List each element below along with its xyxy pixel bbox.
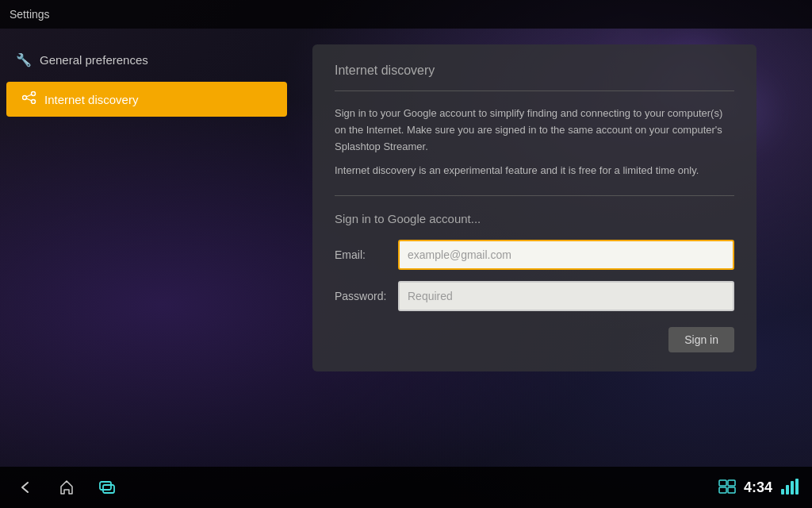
svg-line-4 [26,98,32,101]
grid-status-icon [718,479,736,496]
email-row: Email: [335,240,734,270]
svg-rect-10 [728,487,735,493]
svg-rect-12 [786,485,789,495]
sidebar-section-title: General preferences [40,53,148,67]
description-text-2: Internet discovery is an experimental fe… [335,163,734,179]
svg-rect-11 [781,489,784,495]
svg-rect-7 [719,480,726,486]
panel-card: Internet discovery Sign in to your Googl… [312,44,756,371]
back-button[interactable] [13,475,38,500]
signin-heading: Sign in to Google account... [335,212,734,225]
signin-btn-row: Sign in [335,327,734,352]
sidebar: 🔧 General preferences Internet discovery [0,29,293,467]
recents-button[interactable] [95,475,121,500]
email-input[interactable] [398,240,734,270]
svg-line-3 [26,94,32,97]
sidebar-item-internet-discovery[interactable]: Internet discovery [6,82,287,117]
svg-rect-6 [103,485,114,493]
svg-rect-9 [719,487,726,493]
sidebar-item-label: Internet discovery [44,93,138,106]
svg-rect-8 [728,480,735,486]
svg-point-1 [32,100,36,104]
bottom-bar: 4:34 [0,467,812,508]
home-button[interactable] [54,475,79,500]
clock: 4:34 [744,479,772,496]
main-content: 🔧 General preferences Internet discovery… [0,29,812,467]
sign-in-button[interactable]: Sign in [668,327,734,352]
top-bar: Settings [0,0,812,29]
divider-2 [335,195,734,196]
password-row: Password: [335,281,734,311]
right-panel: Internet discovery Sign in to your Googl… [293,29,812,467]
share-icon [22,91,36,107]
wrench-icon: 🔧 [16,52,32,67]
svg-point-0 [32,92,36,96]
email-label: Email: [335,248,398,261]
battery-wifi-icon [780,478,799,498]
svg-rect-5 [100,482,111,490]
password-input[interactable] [398,281,734,311]
svg-point-2 [23,96,27,100]
svg-rect-13 [791,481,794,495]
bottom-right: 4:34 [718,478,799,498]
svg-rect-14 [795,479,799,495]
app-title: Settings [10,8,50,21]
panel-title: Internet discovery [335,64,734,78]
description-text-1: Sign in to your Google account to simpli… [335,106,734,155]
divider-1 [335,90,734,91]
bottom-nav [13,475,121,500]
sidebar-section-header: 🔧 General preferences [0,44,293,75]
password-label: Password: [335,290,398,302]
